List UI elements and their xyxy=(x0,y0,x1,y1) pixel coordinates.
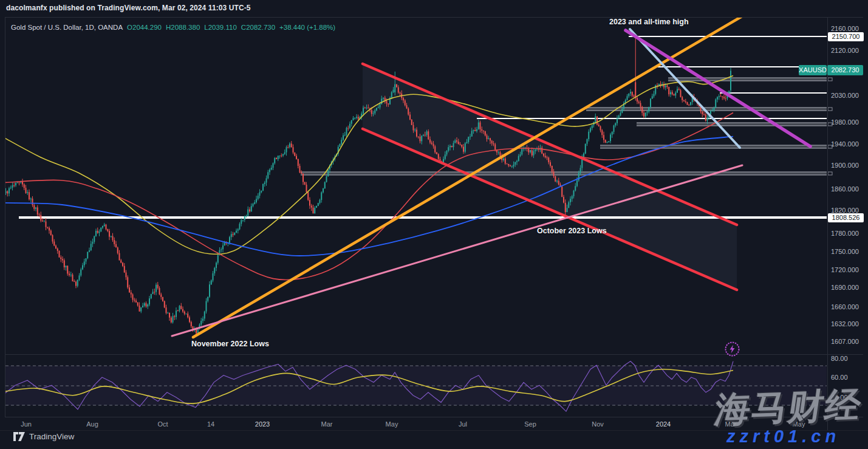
price-axis-label: 1860.000 xyxy=(831,185,859,193)
main-pane xyxy=(5,7,827,337)
price-axis-label: 1900.000 xyxy=(831,162,859,169)
price-axis-label: 2160.000 xyxy=(831,25,859,32)
time-axis-label: Oct xyxy=(157,420,168,428)
footer-brand-label: TradingView xyxy=(29,432,74,441)
annotation-november-lows: November 2022 Lows xyxy=(191,340,269,348)
price-axis-label: 1780.000 xyxy=(831,230,859,237)
tradingview-logo-icon xyxy=(13,432,25,441)
time-axis-label: Aug xyxy=(86,420,98,428)
last-price-tag: XAUUSD 2082.730 xyxy=(799,65,863,75)
price-axis-label: 1980.000 xyxy=(831,118,859,126)
ohlc-low: L2039.110 xyxy=(204,24,237,31)
ohlc-open: O2044.290 xyxy=(127,24,162,31)
trendline-descending-purple xyxy=(626,30,810,146)
time-axis-label: May xyxy=(386,420,398,428)
time-axis-label: Nov xyxy=(592,420,604,428)
chart-canvas xyxy=(0,0,868,449)
time-axis-label: Mar xyxy=(321,420,333,428)
price-axis-label: 1632.000 xyxy=(831,320,859,327)
price-label-low-box: 1808.526 xyxy=(828,213,864,222)
snapshot-page: dacolmanfx published on TradingView.com,… xyxy=(0,0,868,449)
time-axis-label: 2023 xyxy=(255,420,270,428)
price-axis-label: 80.00 xyxy=(831,355,848,362)
footer-brand[interactable]: TradingView xyxy=(13,432,74,441)
price-axis-label: 1607.000 xyxy=(831,338,859,345)
price-axis-label: 2030.000 xyxy=(831,92,859,99)
price-axis-label: 1750.000 xyxy=(831,248,859,255)
annotation-october-lows: October 2023 Lows xyxy=(537,227,607,235)
channel-fill xyxy=(363,64,737,290)
symbol-tag: XAUUSD xyxy=(799,65,827,75)
annotation-all-time-high: 2023 and all-time high xyxy=(609,18,689,26)
time-axis-label: Jun xyxy=(21,420,32,428)
price-axis-label: 60.00 xyxy=(831,374,848,381)
rsi-pane xyxy=(5,362,827,412)
trendline-descending-lightblue xyxy=(630,29,740,148)
change-value: +38.440 (+1.88%) xyxy=(279,24,335,31)
lightning-icon[interactable] xyxy=(724,341,740,357)
chart-legend[interactable]: Gold Spot / U.S. Dollar, 1D, OANDAO2044.… xyxy=(11,24,335,31)
price-label-high-box: 2150.700 xyxy=(828,32,864,41)
time-axis-label: Jul xyxy=(459,420,467,428)
price-axis-label: 1940.000 xyxy=(831,140,859,148)
ohlc-close: C2082.730 xyxy=(241,24,275,31)
watermark-domain: zzrt01.cn xyxy=(726,427,840,447)
ohlc-high: H2088.380 xyxy=(166,24,200,31)
last-price-value: 2082.730 xyxy=(827,65,863,75)
symbol-title: Gold Spot / U.S. Dollar, 1D, OANDA xyxy=(11,24,123,31)
time-axis-label: 2024 xyxy=(656,420,671,428)
price-axis-label: 1720.000 xyxy=(831,266,859,273)
published-header: dacolmanfx published on TradingView.com,… xyxy=(6,4,251,12)
time-axis-label: 14 xyxy=(207,420,214,428)
price-axis-label: 2120.000 xyxy=(831,47,859,54)
price-axis-label: 1690.000 xyxy=(831,284,859,291)
time-axis-label: Sep xyxy=(524,420,536,428)
price-axis-label: 1660.000 xyxy=(831,303,859,310)
